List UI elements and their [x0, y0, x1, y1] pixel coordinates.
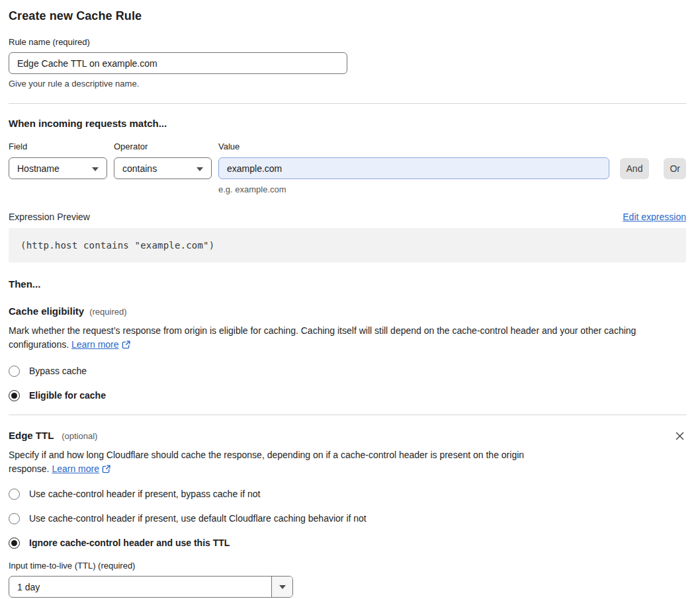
- ttl-select[interactable]: 1 day: [9, 576, 293, 598]
- field-label: Field: [9, 141, 114, 151]
- value-label: Value: [218, 141, 686, 151]
- edit-expression-link[interactable]: Edit expression: [623, 212, 686, 222]
- rule-name-label: Rule name (required): [9, 37, 686, 47]
- radio-option-ignore-header-use-ttl[interactable]: Ignore cache-control header and use this…: [9, 536, 686, 549]
- radio-icon[interactable]: [9, 390, 20, 401]
- radio-option-label: Ignore cache-control header and use this…: [29, 538, 230, 548]
- radio-option-bypass-cache[interactable]: Bypass cache: [9, 364, 686, 378]
- rule-name-input[interactable]: [9, 52, 347, 74]
- radio-option-label: Use cache-control header if present, byp…: [29, 489, 260, 499]
- and-button[interactable]: And: [620, 158, 650, 179]
- ttl-select-value: 1 day: [17, 582, 40, 592]
- field-select[interactable]: Hostname: [9, 157, 107, 179]
- radio-option-use-header-default[interactable]: Use cache-control header if present, use…: [9, 512, 686, 525]
- divider: [9, 415, 686, 415]
- edge-ttl-heading-group: Edge TTL (optional): [9, 430, 97, 441]
- radio-option-label: Bypass cache: [29, 366, 87, 376]
- page-title: Create new Cache Rule: [9, 9, 686, 23]
- radio-icon[interactable]: [9, 366, 20, 377]
- cache-eligibility-options: Bypass cache Eligible for cache: [9, 364, 686, 402]
- operator-label: Operator: [114, 141, 218, 151]
- external-link-icon: [102, 465, 110, 473]
- divider: [9, 103, 686, 104]
- value-input[interactable]: [218, 157, 609, 179]
- caret-down-icon: [279, 585, 286, 589]
- radio-icon[interactable]: [9, 513, 20, 524]
- caret-down-icon: [197, 167, 203, 171]
- then-heading: Then...: [9, 278, 686, 290]
- match-section-heading: When incoming requests match...: [9, 118, 686, 129]
- radio-option-label: Eligible for cache: [29, 390, 106, 401]
- radio-icon[interactable]: [9, 538, 20, 549]
- cache-eligibility-description: Mark whether the request’s response from…: [9, 324, 686, 352]
- operator-select-value: contains: [122, 163, 157, 174]
- ttl-label: Input time-to-live (TTL) (required): [9, 561, 686, 571]
- value-help-text: e.g. example.com: [218, 184, 686, 194]
- operator-select[interactable]: contains: [114, 157, 212, 179]
- expression-preview-header: Expression Preview Edit expression: [9, 212, 686, 222]
- create-cache-rule-form: Create new Cache Rule Rule name (require…: [0, 0, 700, 599]
- expression-preview-code: (http.host contains "example.com"): [9, 228, 686, 262]
- edge-ttl-heading: Edge TTL: [9, 430, 54, 441]
- edge-ttl-header: Edge TTL (optional): [9, 430, 686, 442]
- rule-name-help: Give your rule a descriptive name.: [9, 79, 686, 89]
- edge-ttl-options: Use cache-control header if present, byp…: [9, 487, 686, 549]
- or-button[interactable]: Or: [664, 158, 686, 179]
- ttl-select-arrow-button[interactable]: [271, 577, 292, 597]
- radio-option-eligible-for-cache[interactable]: Eligible for cache: [9, 389, 686, 402]
- expression-preview-label: Expression Preview: [9, 212, 90, 222]
- edge-ttl-description: Specify if and how long Cloudflare shoul…: [9, 448, 564, 476]
- match-labels-row: Field Operator Value: [9, 141, 686, 151]
- caret-down-icon: [92, 167, 99, 171]
- radio-option-use-header-bypass[interactable]: Use cache-control header if present, byp…: [9, 487, 686, 500]
- external-link-icon: [122, 340, 130, 349]
- cache-eligibility-qualifier: (required): [89, 307, 126, 317]
- close-icon[interactable]: [674, 430, 686, 442]
- radio-option-label: Use cache-control header if present, use…: [29, 513, 367, 524]
- field-select-value: Hostname: [17, 163, 60, 174]
- match-condition-row: Hostname contains And Or: [9, 157, 686, 179]
- edge-ttl-qualifier: (optional): [62, 431, 97, 441]
- cache-eligibility-learn-more-link[interactable]: Learn more: [71, 339, 119, 350]
- edge-ttl-learn-more-link[interactable]: Learn more: [52, 463, 99, 474]
- radio-icon[interactable]: [9, 489, 20, 500]
- cache-eligibility-header: Cache eligibility (required): [9, 305, 686, 317]
- cache-eligibility-heading: Cache eligibility: [9, 305, 84, 317]
